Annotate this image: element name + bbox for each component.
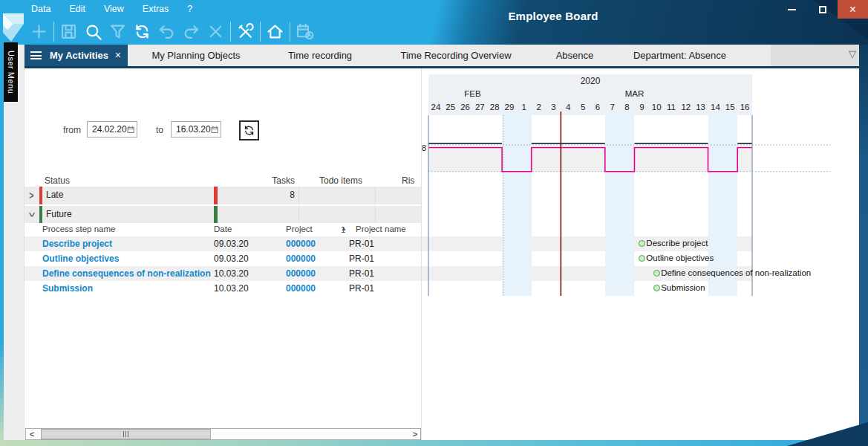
step-date: 10.03.20 (214, 283, 249, 294)
tab-bar: ▽ My Activities×My Planning ObjectsTime … (25, 45, 859, 66)
close-button[interactable]: × (838, 0, 868, 19)
tab-close-icon[interactable]: × (115, 49, 121, 61)
step-date: 10.03.20 (214, 268, 249, 279)
milestone-icon[interactable] (639, 240, 645, 247)
menu-item-extras[interactable]: Extras (143, 3, 178, 16)
from-date-input[interactable]: 24.02.20 (87, 121, 137, 138)
process-step-link[interactable]: Outline objectives (42, 253, 119, 264)
planning-calendar-button (293, 19, 317, 43)
milestone-icon[interactable] (653, 285, 660, 291)
step-date: 09.03.20 (214, 239, 249, 249)
col-header-project-name[interactable]: Project name (356, 224, 406, 233)
tab-my-planning-objects[interactable]: My Planning Objects (128, 45, 264, 66)
milestone-label: Describe project (646, 239, 708, 248)
maximize-button[interactable] (807, 0, 838, 19)
tab-label: My Activities (50, 50, 108, 61)
process-step-row[interactable]: Define consequences of non-realization10… (25, 266, 422, 281)
redo-button (179, 19, 203, 43)
col-header-process-step[interactable]: Process step name (42, 224, 115, 233)
apply-refresh-button[interactable] (239, 120, 259, 140)
process-step-row[interactable]: Outline objectives09.03.20000000PR-01 (25, 251, 422, 266)
group-row-future[interactable]: >Future (25, 206, 422, 223)
status-color-bar (214, 206, 218, 223)
horizontal-scrollbar[interactable]: < > (25, 428, 421, 440)
project-name: PR-01 (349, 253, 374, 264)
col-header-risks[interactable]: Ris (402, 175, 414, 186)
col-header-status[interactable]: Status (45, 175, 70, 186)
sort-asc-icon: ▲ (341, 225, 347, 232)
delete-icon (206, 22, 226, 42)
tab-overflow-dropdown-icon[interactable]: ▽ (849, 48, 856, 59)
home-button[interactable] (263, 19, 287, 43)
menu-item-[interactable]: ? (187, 3, 202, 16)
status-color-bar (39, 206, 42, 223)
toolbar-separator (260, 22, 261, 42)
tools-button[interactable] (233, 19, 258, 43)
refresh-icon (132, 22, 152, 42)
process-step-row[interactable]: Describe project09.03.20000000PR-01 (25, 236, 422, 251)
search-button[interactable] (81, 19, 105, 43)
process-step-link[interactable]: Describe project (42, 239, 112, 249)
milestone-label: Submission (661, 283, 705, 292)
close-icon: × (849, 4, 856, 16)
col-header-tasks[interactable]: Tasks (247, 175, 295, 186)
process-step-link[interactable]: Submission (42, 283, 93, 294)
tab-department-absence[interactable]: Department: Absence (613, 45, 746, 66)
milestone-icon[interactable] (639, 255, 645, 262)
user-menu-tab[interactable]: User Menu (4, 42, 18, 102)
to-date-input[interactable]: 16.03.20 (171, 121, 221, 138)
tab-time-recording[interactable]: Time recording (264, 45, 376, 66)
scrollbar-thumb[interactable] (41, 429, 211, 439)
col-header-todo-items[interactable]: Todo items (314, 175, 362, 186)
col-header-date[interactable]: Date (214, 224, 232, 233)
process-step-link[interactable]: Define consequences of non-realization (42, 268, 211, 279)
status-color-bar (39, 187, 42, 204)
scroll-left-button[interactable]: < (26, 429, 38, 439)
milestone-icon[interactable] (653, 270, 660, 277)
calendar-icon[interactable] (127, 125, 134, 135)
project-link[interactable]: 000000 (286, 239, 316, 249)
calendar-icon[interactable] (211, 125, 218, 135)
status-color-bar (214, 187, 218, 204)
group-tasks-count: 8 (247, 190, 295, 200)
project-name: PR-01 (349, 239, 374, 249)
project-link[interactable]: 000000 (286, 253, 316, 264)
tab-time-recording-overview[interactable]: Time Recording Overview (376, 45, 536, 66)
app-logo-icon (1, 12, 27, 43)
expand-icon[interactable]: > (29, 190, 33, 202)
undo-button (154, 19, 179, 43)
filter-button (105, 19, 130, 43)
toolbar-separator (290, 22, 290, 42)
tab-label: My Planning Objects (151, 50, 240, 61)
step-date: 09.03.20 (214, 253, 249, 264)
group-name: Late (46, 190, 63, 200)
title-bar: DataEditViewExtras? Employee Board × (0, 0, 868, 45)
scroll-right-button[interactable]: > (409, 429, 421, 439)
tab-absence[interactable]: Absence (536, 45, 613, 66)
menu-item-edit[interactable]: Edit (69, 3, 95, 16)
col-header-project[interactable]: Project (286, 224, 313, 233)
group-name: Future (46, 209, 72, 219)
menu-item-data[interactable]: Data (31, 3, 60, 16)
tab-my-activities[interactable]: My Activities× (25, 45, 128, 66)
application-window: DataEditViewExtras? Employee Board × Use… (0, 0, 868, 446)
activities-panel: from 24.02.20 to 16.03.20 Status Tasks T… (25, 68, 422, 440)
hamburger-icon[interactable] (30, 51, 42, 59)
project-name: PR-01 (349, 283, 374, 294)
menu-item-view[interactable]: View (104, 3, 134, 16)
window-border-bottom (0, 440, 868, 446)
gantt-panel: 2020 FEBMAR 2425262728291234567891011121… (422, 68, 859, 440)
project-link[interactable]: 000000 (286, 268, 316, 279)
home-icon (265, 22, 285, 42)
window-controls: × (777, 0, 868, 19)
project-name: PR-01 (349, 268, 374, 279)
tools-icon (235, 22, 255, 42)
refresh-button[interactable] (130, 19, 154, 43)
collapse-icon[interactable]: > (25, 213, 38, 217)
menu-bar: DataEditViewExtras? (31, 3, 211, 16)
process-step-row[interactable]: Submission10.03.20000000PR-01 (25, 281, 422, 296)
minimize-button[interactable] (777, 0, 807, 19)
window-border-right (859, 45, 868, 440)
project-link[interactable]: 000000 (286, 283, 316, 294)
group-row-late[interactable]: >Late8 (25, 187, 422, 204)
